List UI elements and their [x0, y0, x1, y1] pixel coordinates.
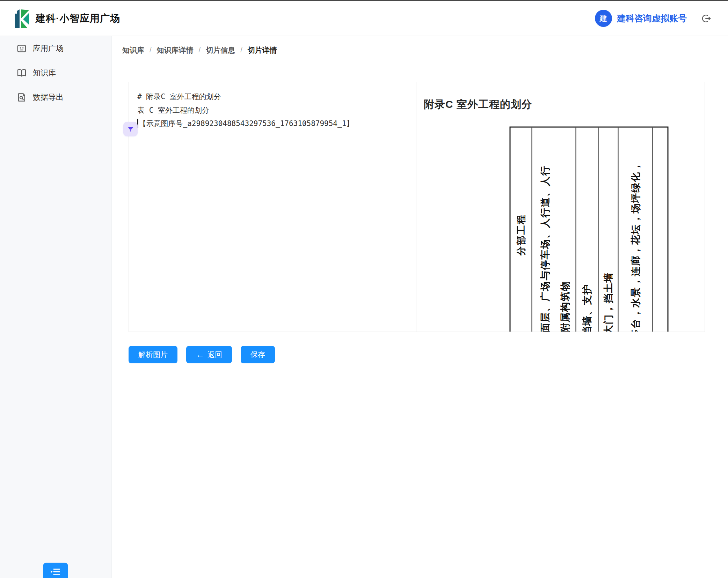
- sidebar: 应用广场 知识库 数据导出: [0, 36, 112, 578]
- app-title: 建科·小智应用广场: [36, 12, 120, 25]
- account-name[interactable]: 建科咨询虚拟账号: [617, 13, 687, 24]
- rotated-table: 分部工程 面层、广场与停车场、人行道、人行 附属构筑物 挡墙、支护 大门，挡土墙…: [509, 126, 668, 332]
- sidebar-item-label: 知识库: [33, 68, 56, 78]
- sidebar-item-label: 应用广场: [33, 43, 64, 54]
- brand: 建科·小智应用广场: [15, 9, 120, 28]
- table-cell-header: 分部工程: [510, 127, 532, 332]
- sidebar-item-data-export[interactable]: 数据导出: [0, 85, 111, 110]
- content: # 附录C 室外工程的划分 表 C 室外工程的划分 【示意图序号_a298923…: [112, 64, 728, 363]
- breadcrumb-separator: /: [199, 46, 201, 54]
- table-cell: 挡墙、支护: [576, 127, 598, 332]
- back-button[interactable]: ← 返回: [186, 346, 232, 363]
- main-area: 知识库 / 知识库详情 / 切片信息 / 切片详情 # 附录C 室外工程的划分 …: [112, 36, 728, 578]
- slice-markdown-editor[interactable]: # 附录C 室外工程的划分 表 C 室外工程的划分 【示意图序号_a298923…: [129, 82, 416, 332]
- app-plaza-icon: [16, 43, 27, 54]
- breadcrumb-slice-detail: 切片详情: [248, 45, 277, 55]
- breadcrumb-separator: /: [240, 46, 242, 54]
- sidebar-item-app-plaza[interactable]: 应用广场: [0, 36, 111, 61]
- slice-preview-pane: 附录C 室外工程的划分 分部工程 面层、广场与停车场、人行道、人行 附属构筑物 …: [416, 82, 705, 332]
- extension-badge[interactable]: [123, 122, 138, 136]
- table-cell: 面层、广场与停车场、人行道、人行 附属构筑物: [532, 127, 576, 332]
- logout-icon[interactable]: [701, 14, 711, 23]
- preview-title: 附录C 室外工程的划分: [424, 97, 705, 112]
- breadcrumb: 知识库 / 知识库详情 / 切片信息 / 切片详情: [112, 36, 728, 64]
- account-area: 建 建科咨询虚拟账号: [595, 10, 711, 27]
- breadcrumb-kb-detail[interactable]: 知识库详情: [157, 45, 194, 55]
- table-cell: 亭台，水景，连廊，花坛，场坪绿化，: [618, 127, 653, 332]
- avatar[interactable]: 建: [595, 10, 612, 27]
- app-header: 建科·小智应用广场 建 建科咨询虚拟账号: [0, 1, 728, 36]
- data-export-icon: [16, 92, 27, 103]
- save-button[interactable]: 保存: [241, 346, 275, 363]
- editor-line: # 附录C 室外工程的划分: [137, 90, 408, 104]
- sidebar-item-label: 数据导出: [33, 92, 64, 103]
- slice-detail-panel: # 附录C 室外工程的划分 表 C 室外工程的划分 【示意图序号_a298923…: [129, 82, 705, 332]
- sidebar-collapse-button[interactable]: [43, 563, 68, 578]
- sidebar-item-knowledge-base[interactable]: 知识库: [0, 61, 111, 85]
- knowledge-base-icon: [16, 68, 27, 78]
- table-cell: 大门，挡土墙: [598, 127, 618, 332]
- scanned-table-image: 分部工程 面层、广场与停车场、人行道、人行 附属构筑物 挡墙、支护 大门，挡土墙…: [509, 126, 668, 332]
- editor-line: 【示意图序号_a2989230488543297536_176310587995…: [137, 117, 408, 131]
- parse-image-button[interactable]: 解析图片: [129, 346, 177, 363]
- action-bar: 解析图片 ← 返回 保存: [129, 346, 728, 363]
- app-logo-icon: [15, 9, 30, 28]
- breadcrumb-slice-info[interactable]: 切片信息: [206, 45, 235, 55]
- editor-line: 表 C 室外工程的划分: [137, 104, 408, 117]
- extension-logo-icon: [126, 125, 135, 133]
- breadcrumb-knowledge-base[interactable]: 知识库: [122, 45, 144, 55]
- menu-fold-icon: [50, 566, 61, 578]
- back-arrow-icon: ←: [196, 351, 204, 359]
- table-cell-empty: [653, 127, 667, 332]
- breadcrumb-separator: /: [150, 46, 152, 54]
